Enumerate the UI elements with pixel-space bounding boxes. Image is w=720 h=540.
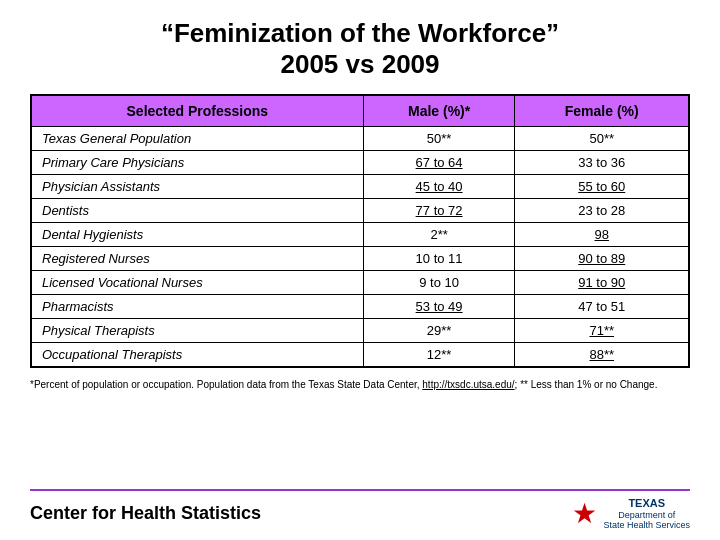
profession-cell: Registered Nurses [31,247,363,271]
female-cell: 91 to 90 [515,271,689,295]
logo-box: ★ TEXAS Department ofState Health Servic… [572,497,690,530]
profession-cell: Occupational Therapists [31,343,363,368]
profession-cell: Primary Care Physicians [31,151,363,175]
male-cell: 10 to 11 [363,247,515,271]
footnote: *Percent of population or occupation. Po… [30,378,690,392]
female-cell: 50** [515,127,689,151]
male-cell: 67 to 64 [363,151,515,175]
female-cell: 90 to 89 [515,247,689,271]
female-cell: 23 to 28 [515,199,689,223]
table-row: Occupational Therapists12**88** [31,343,689,368]
female-cell: 98 [515,223,689,247]
profession-cell: Dentists [31,199,363,223]
profession-cell: Pharmacists [31,295,363,319]
table-row: Physical Therapists29**71** [31,319,689,343]
data-table: Selected Professions Male (%)* Female (%… [30,94,690,368]
footer: Center for Health Statistics ★ TEXAS Dep… [30,489,690,530]
footer-title: Center for Health Statistics [30,503,261,524]
sub-title: 2005 vs 2009 [30,49,690,80]
col-header-profession: Selected Professions [31,95,363,127]
profession-cell: Texas General Population [31,127,363,151]
title-section: “Feminization of the Workforce” 2005 vs … [30,18,690,80]
male-cell: 29** [363,319,515,343]
logo-title: TEXAS [603,497,690,510]
female-cell: 33 to 36 [515,151,689,175]
main-title: “Feminization of the Workforce” [30,18,690,49]
female-cell: 47 to 51 [515,295,689,319]
logo-sub: Department ofState Health Services [603,510,690,530]
col-header-female: Female (%) [515,95,689,127]
col-header-male: Male (%)* [363,95,515,127]
table-row: Physician Assistants45 to 4055 to 60 [31,175,689,199]
texas-star-icon: ★ [572,497,597,530]
table-row: Registered Nurses10 to 1190 to 89 [31,247,689,271]
male-cell: 77 to 72 [363,199,515,223]
female-cell: 71** [515,319,689,343]
page-container: “Feminization of the Workforce” 2005 vs … [0,0,720,540]
male-cell: 12** [363,343,515,368]
table-row: Dentists77 to 7223 to 28 [31,199,689,223]
table-row: Pharmacists53 to 4947 to 51 [31,295,689,319]
table-row: Primary Care Physicians67 to 6433 to 36 [31,151,689,175]
male-cell: 53 to 49 [363,295,515,319]
male-cell: 2** [363,223,515,247]
profession-cell: Dental Hygienists [31,223,363,247]
profession-cell: Physician Assistants [31,175,363,199]
table-row: Licensed Vocational Nurses9 to 1091 to 9… [31,271,689,295]
female-cell: 88** [515,343,689,368]
male-cell: 45 to 40 [363,175,515,199]
male-cell: 9 to 10 [363,271,515,295]
male-cell: 50** [363,127,515,151]
profession-cell: Licensed Vocational Nurses [31,271,363,295]
table-row: Texas General Population50**50** [31,127,689,151]
female-cell: 55 to 60 [515,175,689,199]
profession-cell: Physical Therapists [31,319,363,343]
table-row: Dental Hygienists2**98 [31,223,689,247]
